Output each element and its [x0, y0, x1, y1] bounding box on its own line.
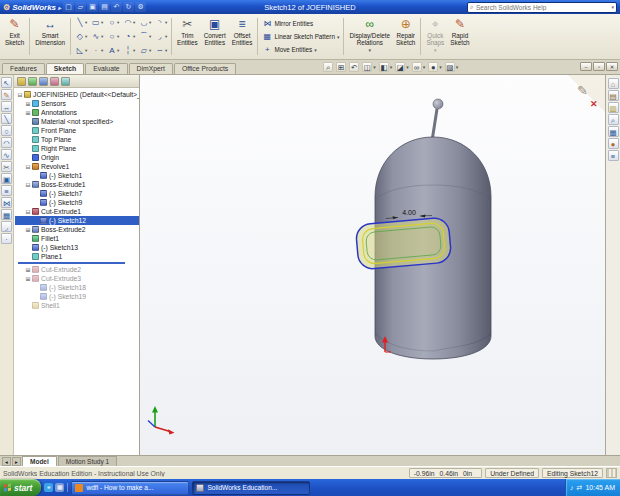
- quick-snaps-dropdown[interactable]: ▾: [434, 47, 437, 53]
- polygon-dropdown[interactable]: ▾: [85, 34, 87, 40]
- antenna-ball[interactable]: [433, 99, 443, 109]
- 3-point-arc-button[interactable]: ◡▾: [137, 16, 153, 30]
- 3-point-arc-dropdown[interactable]: ▾: [149, 20, 151, 26]
- construction-geometry-button[interactable]: ╌▾: [153, 44, 169, 58]
- section-view-button[interactable]: ◫▾: [361, 62, 377, 72]
- display-style-button[interactable]: ◪▾: [394, 62, 410, 72]
- sketch-fillet-button[interactable]: ◞▾: [153, 30, 169, 44]
- sketch-chamfer-dropdown[interactable]: ▾: [85, 48, 87, 54]
- quick-tips-icon[interactable]: [606, 468, 617, 478]
- linear-sketch-pattern-button[interactable]: ▦ Linear Sketch Pattern ▾: [260, 31, 341, 43]
- display-delete-relations-dropdown[interactable]: ▾: [369, 47, 372, 53]
- tree-expander[interactable]: ⊞: [24, 275, 32, 282]
- taskbar-window-2[interactable]: SolidWorks Education...: [192, 481, 310, 495]
- tab-dimxpert[interactable]: DimXpert: [129, 63, 173, 74]
- ellipse-button[interactable]: ○▾: [105, 30, 121, 44]
- search-dropdown-icon[interactable]: ▾: [611, 4, 614, 10]
- tree-item-plane1[interactable]: Plane1: [15, 252, 139, 261]
- tree-expander[interactable]: ⊞: [24, 100, 32, 107]
- mirror-entities-button[interactable]: ⋈ Mirror Entities: [260, 18, 341, 30]
- convert-entities-button[interactable]: ▣ ConvertEntities: [201, 15, 229, 58]
- print-icon[interactable]: ▤: [99, 2, 110, 12]
- tree-expander[interactable]: ⊞: [24, 266, 32, 273]
- spline-dropdown[interactable]: ▾: [101, 34, 103, 40]
- taskbar-window-1[interactable]: wdfl - How to make a...: [71, 481, 189, 495]
- move-entities-button[interactable]: + Move Entities ▾: [260, 44, 341, 56]
- app-logo[interactable]: ⚙ SolidWorks ▸: [3, 3, 61, 12]
- centerline-button[interactable]: ╎▾: [121, 44, 137, 58]
- tree-item-origin[interactable]: Origin: [15, 153, 139, 162]
- zoom-fit-button[interactable]: ⌕: [322, 62, 334, 72]
- bottom-tab-motion-study-1[interactable]: Motion Study 1: [58, 456, 117, 466]
- centerline-dropdown[interactable]: ▾: [133, 48, 135, 54]
- search-pane-icon[interactable]: ⌕: [608, 114, 619, 125]
- tree-expander[interactable]: ⊞: [24, 109, 32, 116]
- tab-features[interactable]: Features: [2, 63, 45, 74]
- tree-item-sketch1[interactable]: (-) Sketch1: [15, 171, 139, 180]
- open-icon[interactable]: ▱: [75, 2, 86, 12]
- bottom-tab-model[interactable]: Model: [22, 456, 57, 466]
- sketch-fillet-dropdown[interactable]: ▾: [165, 34, 167, 40]
- line-button[interactable]: ╲▾: [73, 16, 89, 30]
- tab-office-products[interactable]: Office Products: [174, 63, 236, 74]
- view-orientation-button[interactable]: ◧▾: [378, 62, 394, 72]
- offset-entities-button[interactable]: ≡ OffsetEntities: [229, 15, 256, 58]
- text-button[interactable]: A▾: [105, 44, 121, 58]
- active-sketch-door[interactable]: [355, 217, 452, 270]
- help-search-box[interactable]: ⌕ ▾: [467, 2, 617, 13]
- display-style-dropdown[interactable]: ▾: [406, 64, 409, 70]
- dimxpert-manager-icon[interactable]: [50, 77, 59, 86]
- circle-tool-icon[interactable]: ○: [1, 125, 12, 136]
- feature-manager-icon[interactable]: [17, 77, 26, 86]
- parabola-dropdown[interactable]: ▾: [149, 34, 151, 40]
- tree-item-sensors[interactable]: ⊞Sensors: [15, 99, 139, 108]
- tree-expander[interactable]: ⊟: [24, 181, 32, 188]
- tree-item-sketch18[interactable]: (-) Sketch18: [15, 283, 139, 292]
- smart-dimension-tool-icon[interactable]: ↔: [1, 101, 12, 112]
- spline-tool-icon[interactable]: ∿: [1, 149, 12, 160]
- volume-icon[interactable]: ♪: [570, 484, 574, 491]
- internet-explorer-icon[interactable]: e: [44, 483, 53, 492]
- display-delete-relations-button[interactable]: ∞ Display/DeleteRelations ▾: [346, 15, 393, 58]
- clock[interactable]: 10:45 AM: [585, 484, 615, 491]
- convert-tool-icon[interactable]: ▣: [1, 173, 12, 184]
- linear-sketch-pattern-dropdown[interactable]: ▾: [337, 34, 340, 40]
- edit-appearance-button[interactable]: ●▾: [427, 62, 443, 72]
- rollback-bar[interactable]: [18, 262, 125, 264]
- tangent-arc-button[interactable]: ◝▾: [153, 16, 169, 30]
- tree-expander[interactable]: ⊞: [24, 226, 32, 233]
- move-entities-dropdown[interactable]: ▾: [314, 47, 317, 53]
- tree-item-cut-extrude3[interactable]: ⊞Cut-Extrude3: [15, 274, 139, 283]
- plane-dropdown[interactable]: ▾: [149, 48, 151, 54]
- tree-item-sketch9[interactable]: (-) Sketch9: [15, 198, 139, 207]
- text-dropdown[interactable]: ▾: [117, 48, 119, 54]
- search-input[interactable]: [476, 4, 610, 11]
- new-document-icon[interactable]: ▢: [63, 2, 74, 12]
- plane-button[interactable]: ▱▾: [137, 44, 153, 58]
- centerpoint-arc-button[interactable]: ◠▾: [121, 16, 137, 30]
- trim-tool-icon[interactable]: ✂: [1, 161, 12, 172]
- tree-item-sketch12[interactable]: (-) Sketch12: [15, 216, 139, 225]
- rapid-sketch-button[interactable]: ✎ RapidSketch: [447, 15, 472, 58]
- select-icon[interactable]: ↖: [1, 77, 12, 88]
- file-explorer-icon[interactable]: ▥: [608, 102, 619, 113]
- solidworks-resources-icon[interactable]: ⌂: [608, 78, 619, 89]
- tree-item-cut-extrude2[interactable]: ⊞Cut-Extrude2: [15, 265, 139, 274]
- appearances-icon[interactable]: ●: [608, 138, 619, 149]
- tree-item-cut-extrude1[interactable]: ⊟Cut-Extrude1: [15, 207, 139, 216]
- tree-item-fillet1[interactable]: Fillet1: [15, 234, 139, 243]
- parabola-button[interactable]: ⌒▾: [137, 30, 153, 44]
- tree-item-sketch13[interactable]: (-) Sketch13: [15, 243, 139, 252]
- tab-sketch[interactable]: Sketch: [46, 63, 84, 74]
- save-icon[interactable]: ▣: [87, 2, 98, 12]
- tree-item-annotations[interactable]: ⊞Annotations: [15, 108, 139, 117]
- tree-item-front-plane[interactable]: Front Plane: [15, 126, 139, 135]
- tree-item-sketch7[interactable]: (-) Sketch7: [15, 189, 139, 198]
- rebuild-icon[interactable]: ↻: [123, 2, 134, 12]
- confirm-sketch-icon[interactable]: ✎: [577, 83, 588, 98]
- tree-item-material-not-specified[interactable]: Material <not specified>: [15, 117, 139, 126]
- partial-ellipse-dropdown[interactable]: ▾: [133, 34, 135, 40]
- circle-button[interactable]: ○▾: [105, 16, 121, 30]
- construction-geometry-dropdown[interactable]: ▾: [165, 48, 167, 54]
- show-desktop-icon[interactable]: ▦: [55, 483, 64, 492]
